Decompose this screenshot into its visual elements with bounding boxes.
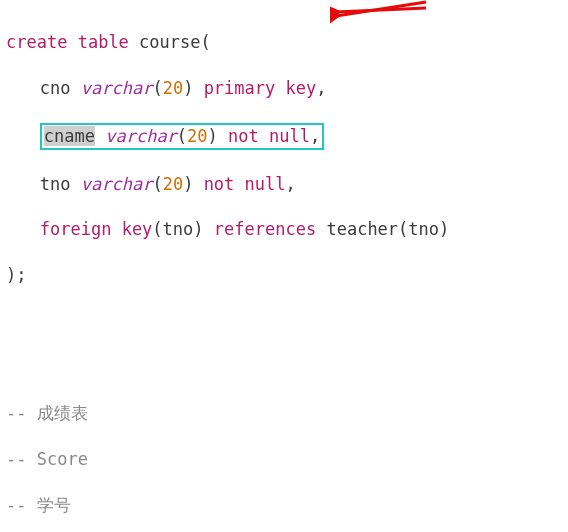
- fk-col: tno: [163, 219, 194, 239]
- primary-key: primary key: [204, 78, 317, 98]
- paren: (: [177, 126, 187, 146]
- paren-open: (: [201, 32, 211, 52]
- line-course-cname: cname varchar(20) not null,: [6, 123, 562, 150]
- keyword-create: create: [6, 32, 67, 52]
- arrow-icon: [330, 0, 428, 24]
- arrow-icon: [330, 2, 428, 22]
- close-paren: );: [6, 265, 26, 285]
- paren: ): [193, 219, 203, 239]
- type-varchar: varchar: [81, 174, 153, 194]
- line-course-tno: tno varchar(20) not null,: [6, 173, 562, 196]
- col-cname: cname: [44, 126, 95, 146]
- ref-table: teacher: [326, 219, 398, 239]
- comment-line: -- 成绩表: [6, 402, 562, 425]
- num-20: 20: [187, 126, 207, 146]
- line-course-fk: foreign key(tno) references teacher(tno): [6, 218, 562, 241]
- comma: ,: [286, 174, 296, 194]
- comment-line: -- Score: [6, 448, 562, 471]
- col-cno: cno: [40, 78, 71, 98]
- blank-line: [6, 356, 562, 379]
- highlight-box: cname varchar(20) not null,: [40, 123, 324, 150]
- paren: (: [152, 78, 162, 98]
- paren: ): [183, 174, 193, 194]
- not-null: not null: [204, 174, 286, 194]
- paren: ): [183, 78, 193, 98]
- paren: ): [439, 219, 449, 239]
- svg-line-1: [336, 8, 426, 12]
- comma: ,: [310, 126, 320, 146]
- num-20: 20: [163, 78, 183, 98]
- paren: (: [152, 219, 162, 239]
- not-null: not null: [228, 126, 310, 146]
- paren: ): [208, 126, 218, 146]
- paren: (: [398, 219, 408, 239]
- type-varchar: varchar: [105, 126, 177, 146]
- code-block: create table course( cno varchar(20) pri…: [0, 0, 568, 532]
- line-create-course: create table course(: [6, 31, 562, 54]
- ref-col: tno: [408, 219, 439, 239]
- num-20: 20: [163, 174, 183, 194]
- paren: (: [152, 174, 162, 194]
- line-course-cno: cno varchar(20) primary key,: [6, 77, 562, 100]
- references: references: [214, 219, 316, 239]
- table-name-course: course: [139, 32, 200, 52]
- foreign-key: foreign key: [40, 219, 153, 239]
- comment-line: -- 学号: [6, 494, 562, 517]
- comma: ,: [316, 78, 326, 98]
- keyword-table: table: [78, 32, 129, 52]
- type-varchar: varchar: [81, 78, 153, 98]
- col-tno: tno: [40, 174, 71, 194]
- svg-line-0: [336, 2, 426, 16]
- blank-line: [6, 310, 562, 333]
- line-close-course: );: [6, 264, 562, 287]
